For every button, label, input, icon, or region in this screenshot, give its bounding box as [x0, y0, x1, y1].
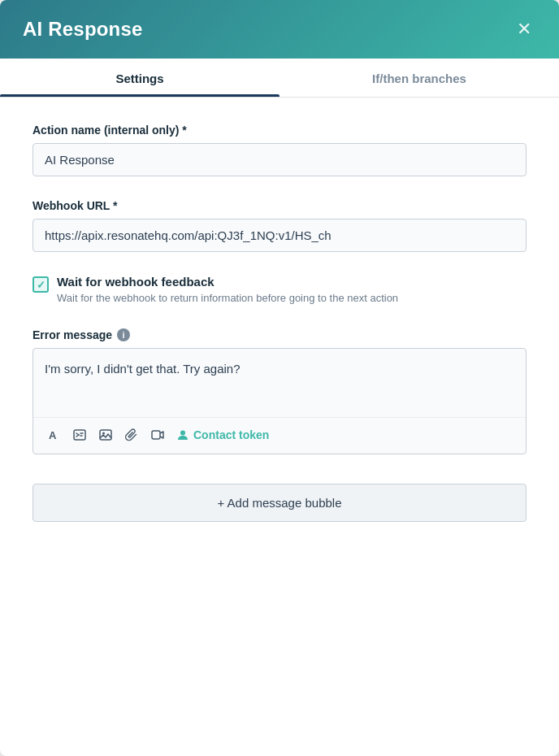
svg-rect-1 [74, 430, 85, 440]
modal-body: Action name (internal only) * Webhook UR… [0, 98, 559, 756]
contact-token-svg [176, 428, 189, 441]
ai-response-modal: AI Response ✕ Settings If/then branches … [0, 0, 559, 756]
attach-svg [125, 428, 138, 441]
webhook-url-label: Webhook URL * [32, 199, 526, 212]
snippet-svg [73, 428, 86, 441]
svg-point-7 [102, 432, 105, 435]
close-button[interactable]: ✕ [512, 19, 536, 40]
webhook-url-group: Webhook URL * [32, 199, 526, 252]
svg-rect-6 [100, 430, 111, 440]
error-textarea-container: I'm sorry, I didn't get that. Try again?… [32, 348, 526, 454]
font-svg: A [47, 428, 60, 441]
action-name-label: Action name (internal only) * [32, 124, 526, 137]
attach-icon[interactable] [121, 424, 142, 445]
wait-webhook-checkbox-container[interactable]: ✓ [32, 276, 49, 293]
video-svg [151, 428, 164, 441]
image-icon[interactable] [95, 424, 116, 445]
svg-rect-8 [152, 431, 160, 439]
add-bubble-button[interactable]: + Add message bubble [32, 484, 526, 522]
error-message-label: Error message [32, 328, 112, 341]
error-message-label-row: Error message i [32, 328, 526, 341]
snippet-icon[interactable] [69, 424, 90, 445]
svg-line-3 [76, 435, 79, 437]
wait-webhook-sublabel: Wait for the webhook to return informati… [57, 291, 526, 306]
webhook-url-input[interactable] [32, 219, 526, 252]
action-name-input[interactable] [32, 143, 526, 176]
svg-text:A: A [49, 429, 57, 441]
wait-webhook-checkbox[interactable]: ✓ [32, 276, 49, 293]
svg-point-9 [180, 431, 185, 436]
tab-if-then[interactable]: If/then branches [280, 59, 559, 97]
modal-title: AI Response [23, 18, 143, 41]
info-icon[interactable]: i [117, 328, 130, 341]
error-message-group: Error message i I'm sorry, I didn't get … [32, 328, 526, 454]
wait-webhook-label: Wait for webhook feedback [57, 275, 526, 289]
image-svg [99, 428, 112, 441]
font-icon[interactable]: A [43, 424, 64, 445]
tab-active-underline [0, 94, 280, 97]
video-icon[interactable] [147, 424, 168, 445]
action-name-group: Action name (internal only) * [32, 124, 526, 176]
tab-settings[interactable]: Settings [0, 59, 280, 97]
tabs-bar: Settings If/then branches [0, 59, 559, 98]
wait-webhook-group: ✓ Wait for webhook feedback Wait for the… [32, 275, 526, 306]
check-mark: ✓ [37, 279, 46, 291]
error-textarea-wrap: I'm sorry, I didn't get that. Try again?… [32, 348, 526, 454]
wait-webhook-row: ✓ Wait for webhook feedback Wait for the… [32, 275, 526, 306]
textarea-toolbar: A [33, 417, 526, 454]
contact-token-label: Contact token [193, 428, 269, 441]
contact-token-button[interactable]: Contact token [173, 427, 272, 443]
wait-webhook-label-wrap: Wait for webhook feedback Wait for the w… [57, 275, 526, 306]
modal-header: AI Response ✕ [0, 0, 559, 59]
error-message-textarea[interactable]: I'm sorry, I didn't get that. Try again? [33, 349, 526, 414]
